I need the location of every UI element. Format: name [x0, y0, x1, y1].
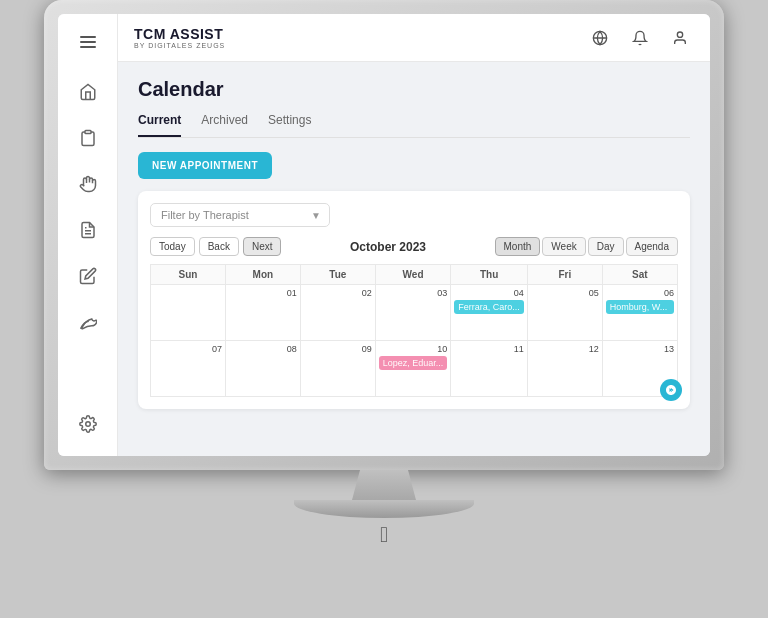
- day-header-mon: Mon: [225, 265, 300, 285]
- monitor-neck: [344, 470, 424, 500]
- table-row[interactable]: 10Lopez, Eduar...: [375, 341, 451, 397]
- monitor-base: [294, 500, 474, 518]
- apple-logo: : [380, 522, 388, 548]
- user-icon[interactable]: [666, 24, 694, 52]
- menu-icon[interactable]: [72, 26, 104, 58]
- table-row[interactable]: 04Ferrara, Caro...: [451, 285, 528, 341]
- page-title: Calendar: [138, 78, 690, 101]
- tabs: Current Archived Settings: [138, 109, 690, 138]
- svg-point-9: [677, 32, 682, 37]
- tab-archived[interactable]: Archived: [201, 109, 248, 137]
- day-header-tue: Tue: [300, 265, 375, 285]
- tab-settings[interactable]: Settings: [268, 109, 311, 137]
- table-row[interactable]: 01: [225, 285, 300, 341]
- week-view-button[interactable]: Week: [542, 237, 585, 256]
- therapist-filter[interactable]: Filter by Therapist ▼: [150, 203, 330, 227]
- table-row[interactable]: 08: [225, 341, 300, 397]
- next-button[interactable]: Next: [243, 237, 282, 256]
- day-header-fri: Fri: [527, 265, 602, 285]
- sidebar-item-home[interactable]: [70, 74, 106, 110]
- svg-rect-1: [80, 41, 96, 43]
- app-title: TCM ASSIST: [134, 26, 225, 42]
- today-button[interactable]: Today: [150, 237, 195, 256]
- svg-rect-0: [80, 36, 96, 38]
- calendar-card: Filter by Therapist ▼ Today Back Next Oc…: [138, 191, 690, 409]
- page-body: Calendar Current Archived Settings NEW A…: [118, 62, 710, 456]
- table-row[interactable]: 09: [300, 341, 375, 397]
- back-button[interactable]: Back: [199, 237, 239, 256]
- tab-current[interactable]: Current: [138, 109, 181, 137]
- day-header-wed: Wed: [375, 265, 451, 285]
- table-row[interactable]: 07: [151, 341, 226, 397]
- calendar-nav: Today Back Next October 2023 Month Week …: [150, 237, 678, 256]
- table-row[interactable]: 12: [527, 341, 602, 397]
- main-content: TCM ASSIST BY DIGITALES ZEUGS: [118, 14, 710, 456]
- bell-icon[interactable]: [626, 24, 654, 52]
- sidebar-item-document[interactable]: [70, 212, 106, 248]
- sidebar-item-leaf[interactable]: [70, 304, 106, 340]
- table-row[interactable]: 05: [527, 285, 602, 341]
- table-row[interactable]: 06Homburg, W...: [602, 285, 677, 341]
- day-header-thu: Thu: [451, 265, 528, 285]
- agenda-view-button[interactable]: Agenda: [626, 237, 678, 256]
- sidebar-item-hand[interactable]: [70, 166, 106, 202]
- topbar-icons: [586, 24, 694, 52]
- table-row[interactable]: 11: [451, 341, 528, 397]
- day-header-sun: Sun: [151, 265, 226, 285]
- event-chip[interactable]: Homburg, W...: [606, 300, 674, 314]
- day-header-sat: Sat: [602, 265, 677, 285]
- svg-rect-2: [80, 46, 96, 48]
- day-view-button[interactable]: Day: [588, 237, 624, 256]
- globe-icon[interactable]: [586, 24, 614, 52]
- dropdown-arrow-icon: ▼: [311, 210, 321, 221]
- sidebar: [58, 14, 118, 456]
- sidebar-item-clipboard[interactable]: [70, 120, 106, 156]
- sidebar-item-notes[interactable]: [70, 258, 106, 294]
- filter-label: Filter by Therapist: [161, 209, 249, 221]
- new-appointment-button[interactable]: NEW APPOINTMENT: [138, 152, 272, 179]
- event-chip[interactable]: Ferrara, Caro...: [454, 300, 524, 314]
- table-row[interactable]: 02: [300, 285, 375, 341]
- svg-point-6: [85, 422, 90, 427]
- month-view-button[interactable]: Month: [495, 237, 541, 256]
- table-row[interactable]: [151, 285, 226, 341]
- calendar-float-button[interactable]: [660, 379, 682, 401]
- sidebar-item-settings[interactable]: [70, 406, 106, 442]
- logo-area: TCM ASSIST BY DIGITALES ZEUGS: [134, 26, 225, 49]
- topbar: TCM ASSIST BY DIGITALES ZEUGS: [118, 14, 710, 62]
- month-label: October 2023: [285, 240, 490, 254]
- app-subtitle: BY DIGITALES ZEUGS: [134, 42, 225, 49]
- event-chip[interactable]: Lopez, Eduar...: [379, 356, 448, 370]
- view-buttons: Month Week Day Agenda: [495, 237, 678, 256]
- table-row[interactable]: 03: [375, 285, 451, 341]
- calendar-grid: Sun Mon Tue Wed Thu Fri Sat 010: [150, 264, 678, 397]
- svg-rect-3: [85, 131, 91, 134]
